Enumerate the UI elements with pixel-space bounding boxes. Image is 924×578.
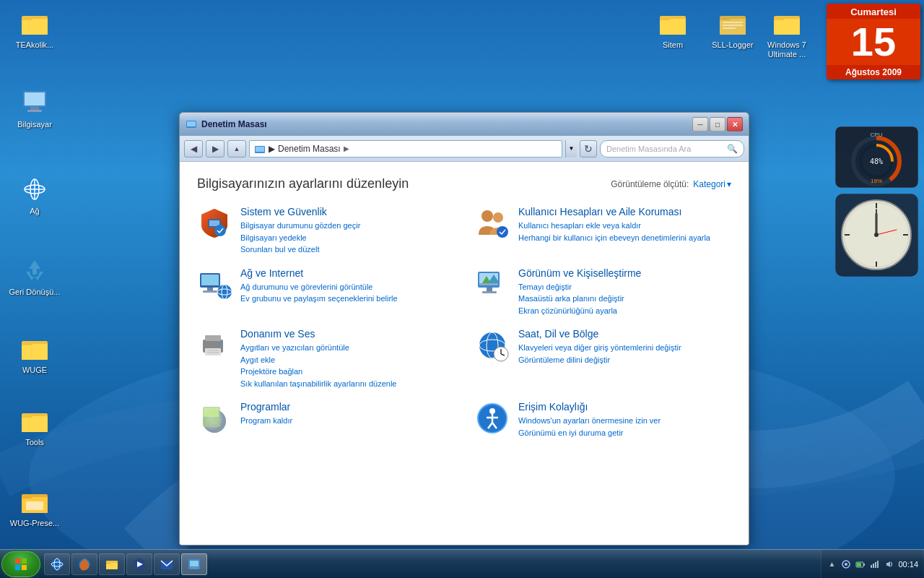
tray-arrow[interactable]: ▲: [826, 558, 837, 570]
taskbar: ▲: [0, 549, 924, 578]
desktop-icon-bilgisayar[interactable]: Bilgisayar: [6, 85, 64, 132]
svg-point-97: [489, 408, 495, 414]
svg-rect-6: [30, 107, 39, 110]
kullanici-link-1[interactable]: Herhangi bir kullanıcı için ebeveyn dene…: [518, 232, 710, 244]
donanim-link-0[interactable]: Aygıtları ve yazıcıları görüntüle: [240, 342, 396, 354]
address-dropdown[interactable]: ▼: [565, 140, 577, 158]
category-gorunum[interactable]: Görünüm ve Kişiselleştirme Temayı değişt…: [475, 267, 731, 317]
kullanici-icon: [475, 206, 510, 241]
programlar-title[interactable]: Programlar: [240, 401, 292, 413]
desktop-icon-teakolik[interactable]: TEAkolik...: [6, 6, 64, 53]
gorunum-title[interactable]: Görünüm ve Kişiselleştirme: [518, 267, 641, 279]
cpu-gauge-gadget: 48% CPU 18%: [835, 126, 918, 188]
desktop-icon-windows7[interactable]: Windows 7 Ultimate ...: [758, 6, 816, 62]
taskbar-outlook-button[interactable]: [154, 553, 180, 575]
desktop-icon-ag-label: Ağ: [30, 207, 39, 216]
desktop-icon-bilgisayar-label: Bilgisayar: [17, 120, 52, 129]
ag-internet-title[interactable]: Ağ ve Internet: [240, 267, 398, 279]
svg-rect-22: [26, 501, 43, 510]
sistem-guvenlik-link-1[interactable]: Bilgisayarı yedekle: [240, 232, 360, 244]
tray-clock[interactable]: 00:14: [898, 560, 918, 569]
saat-dil-link-1[interactable]: Görüntüleme dilini değiştir: [518, 354, 681, 366]
taskbar-mediaplayer-button[interactable]: [126, 553, 152, 575]
desktop-icon-geri-donusum[interactable]: Geri Dönüşü...: [6, 253, 64, 300]
search-icon[interactable]: 🔍: [727, 144, 738, 154]
back-button[interactable]: ◀: [184, 140, 203, 158]
svg-rect-108: [106, 562, 110, 564]
donanim-title[interactable]: Donanım ve Ses: [240, 328, 396, 340]
view-label: Görüntüleme ölçütü:: [611, 179, 689, 189]
category-sistem-guvenlik[interactable]: Sistem ve Güvenlik Bilgisayar durumunu g…: [197, 206, 453, 256]
category-erisim[interactable]: Erişim Kolaylığı Windows'un ayarları öne…: [475, 401, 731, 439]
donanim-link-2[interactable]: Projektöre bağlan: [240, 366, 396, 378]
kullanici-title[interactable]: Kullanıcı Hesapları ve Aile Koruması: [518, 206, 710, 217]
svg-rect-24: [660, 19, 686, 35]
desktop-icon-sll-logger-label: SLL-Logger: [712, 40, 754, 50]
svg-rect-33: [774, 19, 800, 35]
svg-rect-25: [660, 17, 670, 20]
view-dropdown[interactable]: Kategori ▾: [693, 179, 731, 189]
donanim-text: Donanım ve Ses Aygıtları ve yazıcıları g…: [240, 328, 396, 389]
category-saat-dil[interactable]: Saat, Dil ve Bölge Klavyeleri veya diğer…: [475, 328, 731, 389]
tray-battery-icon[interactable]: [855, 558, 866, 570]
category-programlar[interactable]: Programlar Program kaldır: [197, 401, 453, 439]
svg-rect-82: [207, 352, 219, 353]
forward-button[interactable]: ▶: [206, 140, 225, 158]
category-kullanici[interactable]: Kullanıcı Hesapları ve Aile Koruması Kul…: [475, 206, 731, 256]
taskbar-firefox-button[interactable]: [71, 553, 97, 575]
ag-internet-link-1[interactable]: Ev grubunu ve paylaşım seçeneklerini bel…: [240, 293, 398, 305]
sistem-guvenlik-title[interactable]: Sistem ve Güvenlik: [240, 206, 360, 217]
window-titlebar: Denetim Masası ─ □ ✕: [180, 113, 749, 136]
svg-rect-31: [723, 27, 736, 29]
donanim-link-1[interactable]: Aygıt ekle: [240, 354, 396, 366]
svg-rect-114: [190, 567, 199, 569]
erisim-link-1[interactable]: Görünümü en iyi duruma getir: [518, 427, 661, 439]
gorunum-link-1[interactable]: Masaüstü arka planını değiştir: [518, 293, 641, 305]
erisim-link-0[interactable]: Windows'un ayarları önermesine izin ver: [518, 415, 661, 427]
taskbar-explorer-button[interactable]: [99, 553, 125, 575]
tray-network-icon[interactable]: [840, 558, 852, 570]
minimize-button[interactable]: ─: [692, 117, 708, 131]
saat-dil-title[interactable]: Saat, Dil ve Bölge: [518, 328, 681, 340]
tray-signal-icon[interactable]: [869, 558, 881, 570]
taskbar-controlpanel-button[interactable]: [181, 553, 207, 575]
maximize-button[interactable]: □: [710, 117, 725, 131]
refresh-button[interactable]: ↻: [580, 140, 597, 158]
category-ag-internet[interactable]: Ağ ve Internet Ağ durumunu ve görevlerin…: [197, 267, 453, 317]
tray-volume-icon[interactable]: [884, 558, 895, 570]
erisim-title[interactable]: Erişim Kolaylığı: [518, 401, 661, 413]
programlar-link-0[interactable]: Program kaldır: [240, 415, 292, 427]
donanim-link-3[interactable]: Sık kullanılan taşınabilirlik ayarlarını…: [240, 378, 396, 390]
calendar-day-name: Cumartesi: [827, 4, 920, 19]
svg-point-61: [481, 210, 493, 222]
svg-point-116: [845, 563, 847, 566]
desktop-icon-wuge[interactable]: WUGE: [6, 331, 64, 378]
up-button[interactable]: ▲: [227, 140, 246, 158]
desktop-icon-sll-logger[interactable]: SLL-Logger: [704, 6, 762, 53]
saat-dil-link-0[interactable]: Klavyeleri veya diğer giriş yöntemlerini…: [518, 342, 681, 354]
svg-rect-17: [22, 416, 48, 432]
desktop-icon-wug-pres[interactable]: WUG-Prese...: [6, 484, 64, 531]
svg-rect-81: [207, 350, 219, 351]
ag-internet-link-0[interactable]: Ağ durumunu ve görevlerini görüntüle: [240, 281, 398, 293]
category-donanim[interactable]: Donanım ve Ses Aygıtları ve yazıcıları g…: [197, 328, 453, 389]
erisim-icon: [475, 401, 510, 436]
close-button[interactable]: ✕: [727, 117, 743, 131]
svg-rect-113: [190, 561, 199, 566]
gorunum-link-2[interactable]: Ekran çözünürlüğünü ayarla: [518, 305, 641, 317]
sistem-guvenlik-link-0[interactable]: Bilgisayar durumunu gözden geçir: [240, 220, 360, 232]
ag-internet-icon: [197, 267, 232, 302]
taskbar-ie-button[interactable]: [44, 553, 70, 575]
svg-text:CPU: CPU: [871, 131, 883, 138]
sistem-guvenlik-link-2[interactable]: Sorunları bul ve düzelt: [240, 243, 360, 256]
desktop-icon-sitem[interactable]: Sitem: [644, 6, 702, 53]
desktop-icon-tools[interactable]: Tools: [6, 403, 64, 450]
address-label: Denetim Masası: [278, 144, 341, 154]
svg-rect-30: [723, 25, 743, 26]
kullanici-link-0[interactable]: Kullanıcı hesapları ekle veya kaldır: [518, 220, 710, 232]
saat-dil-text: Saat, Dil ve Bölge Klavyeleri veya diğer…: [518, 328, 681, 366]
start-button[interactable]: [1, 551, 40, 577]
gorunum-link-0[interactable]: Temayı değiştir: [518, 281, 641, 293]
desktop-icon-windows7-label: Windows 7 Ultimate ...: [767, 40, 806, 59]
desktop-icon-ag[interactable]: Ağ: [6, 172, 64, 219]
